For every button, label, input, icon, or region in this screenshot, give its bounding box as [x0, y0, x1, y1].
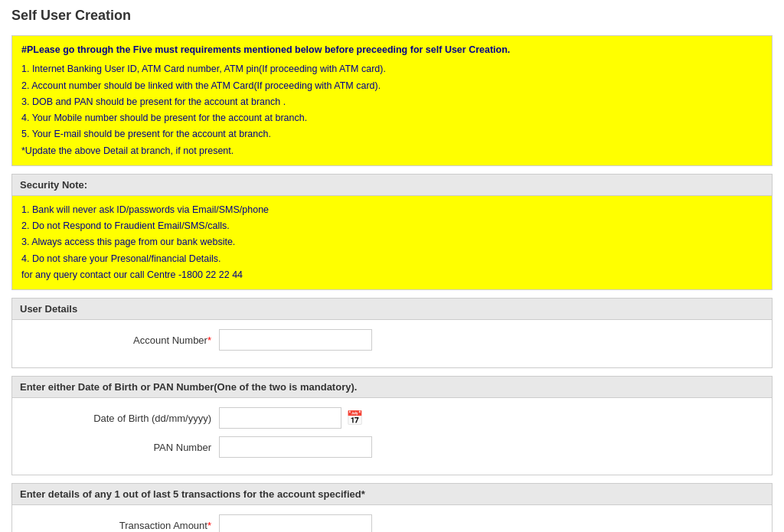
security-item-5: for any query contact our call Centre -1…: [21, 267, 763, 283]
dob-row: Date of Birth (dd/mm/yyyy) 📅: [20, 407, 764, 429]
user-details-body: Account Number*: [12, 320, 772, 367]
account-number-label: Account Number*: [20, 335, 219, 346]
transaction-amount-label: Transaction Amount*: [20, 520, 219, 531]
transaction-body: Transaction Amount* Transaction Type* Se…: [12, 505, 772, 532]
transaction-amount-input[interactable]: [219, 514, 372, 532]
calendar-icon[interactable]: 📅: [346, 410, 363, 426]
notice-item-5: 5. Your E-mail should be present for the…: [21, 126, 763, 142]
transaction-header: Enter details of any 1 out of last 5 tra…: [12, 484, 772, 505]
security-item-2: 2. Do not Respond to Fraudient Email/SMS…: [21, 218, 763, 234]
notice-box: #PLease go through the Five must require…: [11, 35, 773, 166]
notice-body: #PLease go through the Five must require…: [12, 36, 772, 165]
security-item-4: 4. Do not share your Presonal/financial …: [21, 251, 763, 267]
transaction-section: Enter details of any 1 out of last 5 tra…: [11, 483, 773, 532]
pan-input[interactable]: [219, 436, 372, 458]
security-box: Security Note: 1. Bank will never ask ID…: [11, 174, 773, 290]
dob-input-wrapper: 📅: [219, 407, 363, 429]
account-number-input[interactable]: [219, 329, 372, 351]
dob-pan-body: Date of Birth (dd/mm/yyyy) 📅 PAN Number: [12, 398, 772, 475]
transaction-amount-input-wrapper: [219, 514, 372, 532]
notice-item-1: 1. Internet Banking User ID, ATM Card nu…: [21, 61, 763, 77]
dob-input[interactable]: [219, 407, 341, 429]
dob-label: Date of Birth (dd/mm/yyyy): [20, 413, 219, 424]
account-number-input-wrapper: [219, 329, 372, 351]
page-title: Self User Creation: [11, 8, 773, 28]
user-details-header: User Details: [12, 299, 772, 320]
account-number-row: Account Number*: [20, 329, 764, 351]
transaction-amount-row: Transaction Amount*: [20, 514, 764, 532]
notice-item-6: *Update the above Detail at branch, if n…: [21, 143, 763, 159]
notice-item-3: 3. DOB and PAN should be present for the…: [21, 94, 763, 110]
dob-pan-header: Enter either Date of Birth or PAN Number…: [12, 377, 772, 398]
notice-item-4: 4. Your Mobile number should be present …: [21, 110, 763, 126]
security-item-3: 3. Always access this page from our bank…: [21, 234, 763, 250]
user-details-section: User Details Account Number*: [11, 298, 773, 368]
pan-label: PAN Number: [20, 442, 219, 453]
notice-item-2: 2. Account number should be linked with …: [21, 78, 763, 94]
dob-pan-section: Enter either Date of Birth or PAN Number…: [11, 376, 773, 475]
pan-row: PAN Number: [20, 436, 764, 458]
security-item-1: 1. Bank will never ask ID/passwords via …: [21, 202, 763, 218]
pan-input-wrapper: [219, 436, 372, 458]
notice-header-text: #PLease go through the Five must require…: [21, 42, 763, 58]
security-header: Security Note:: [12, 175, 772, 196]
security-body: 1. Bank will never ask ID/passwords via …: [12, 196, 772, 289]
